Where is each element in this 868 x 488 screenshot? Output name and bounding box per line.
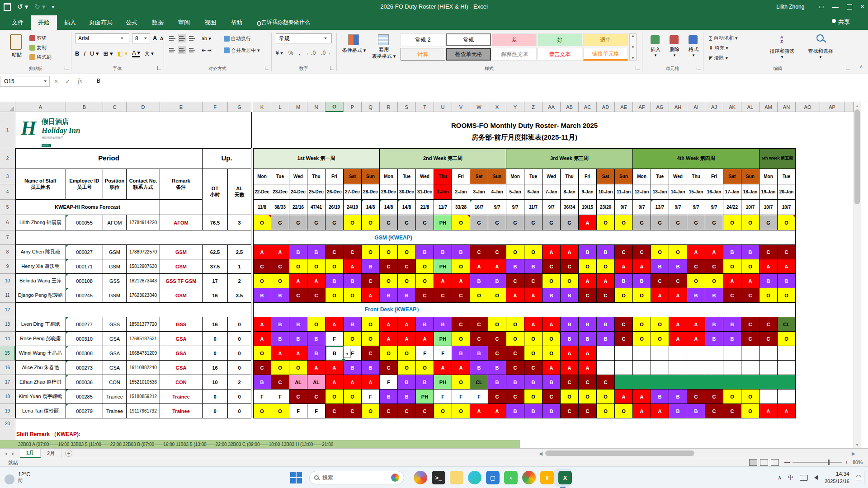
column-header-M[interactable]: M [289, 102, 307, 112]
shift-cell-r6-c24[interactable]: G [687, 215, 705, 230]
shift-cell-r10-c25[interactable]: O [705, 274, 723, 288]
shift-cell-r19-c21[interactable]: A [633, 404, 651, 418]
format-as-table-button[interactable]: 套用表格格式 ▾ [370, 33, 398, 63]
shift-cell-r19-c7[interactable]: C [380, 404, 398, 418]
align-v-icon-1[interactable] [178, 34, 186, 42]
explorer-icon[interactable] [450, 471, 463, 484]
name-box-dropdown-icon[interactable] [44, 80, 47, 82]
shift-cell-r19-c8[interactable]: C [398, 404, 416, 418]
row-header-12[interactable]: 12 [0, 303, 15, 317]
shift-cell-r11-c22[interactable]: A [651, 288, 669, 303]
dialog-launcher-icon[interactable] [846, 66, 850, 70]
wrap-text-button[interactable]: 自动换行 [222, 34, 266, 42]
shift-cell-r11-c4[interactable]: O [326, 288, 344, 303]
shift-cell-r15-c20[interactable] [615, 346, 633, 361]
staff-ot-cell[interactable]: 37.5 [203, 259, 228, 274]
shift-cell-r6-c23[interactable]: G [669, 215, 687, 230]
shift-cell-r14-c12[interactable]: C [470, 332, 488, 346]
shift-cell-r18-c15[interactable]: O [524, 389, 542, 404]
shift-cell-r11-c26[interactable]: C [723, 288, 741, 303]
font-color-button[interactable]: A ▾ [132, 49, 140, 57]
bold-button[interactable]: B [75, 50, 79, 57]
staff-name-cell[interactable]: Lilith Zhong 钟晨晨 [15, 215, 66, 230]
staff-id-cell[interactable]: 000310 [66, 332, 103, 346]
shift-cell-r16-c11[interactable]: A [452, 361, 470, 375]
shift-cell-r13-c24[interactable]: A [687, 317, 705, 332]
shift-cell-r11-c14[interactable]: A [506, 288, 524, 303]
shift-cell-r16-c2[interactable]: O [289, 361, 307, 375]
column-header-AD[interactable]: AD [597, 102, 615, 112]
shift-cell-r8-c24[interactable]: A [687, 245, 705, 259]
staff-ot-cell[interactable]: 0 [203, 404, 228, 418]
shift-cell-r11-c5[interactable]: O [344, 288, 362, 303]
scroll-up-icon[interactable]: ▲ [854, 103, 860, 108]
column-header-L[interactable]: L [271, 102, 289, 112]
tab-数据[interactable]: 数据 [145, 15, 171, 30]
shift-cell-r18-c10[interactable]: F [434, 389, 452, 404]
close-button[interactable]: × [860, 3, 864, 11]
shift-cell-r6-c16[interactable]: G [542, 215, 561, 230]
font-size-select[interactable]: 8 [132, 33, 150, 43]
shift-cell-r8-c5[interactable]: C [344, 245, 362, 259]
shift-cell-r18-c29[interactable] [778, 389, 796, 404]
staff-remark-cell[interactable]: GSA [160, 346, 203, 361]
phonetic-button[interactable]: 文 ▾ [145, 50, 154, 57]
shift-cell-r16-c5[interactable]: B [344, 361, 362, 375]
shift-cell-r8-c25[interactable]: A [705, 245, 723, 259]
shift-cell-r6-c9[interactable]: G [416, 215, 434, 230]
shift-cell-r17-c17[interactable]: C [561, 375, 579, 389]
shift-cell-r10-c10[interactable]: A [434, 274, 452, 288]
shift-cell-r6-c19[interactable]: O [597, 215, 615, 230]
search-assistant-icon[interactable] [391, 474, 399, 482]
shift-cell-r15-c6[interactable]: C [362, 346, 380, 361]
style-gallery-常规 2[interactable]: 常规 2 [401, 33, 445, 46]
shift-cell-r9-c9[interactable]: O [416, 259, 434, 274]
shift-cell-r10-c8[interactable]: O [398, 274, 416, 288]
staff-contact-cell[interactable]: 17889722570 [127, 245, 160, 259]
shift-cell-r16-c4[interactable]: A [326, 361, 344, 375]
shift-cell-r8-c9[interactable]: B [416, 245, 434, 259]
staff-ot-cell[interactable]: 62.5 [203, 245, 228, 259]
shift-cell-r10-c5[interactable]: B [344, 274, 362, 288]
shift-cell-r17-c9[interactable]: B [416, 375, 434, 389]
column-header-AE[interactable]: AE [615, 102, 633, 112]
align-h-icon-0[interactable] [168, 46, 176, 54]
shift-cell-r14-c22[interactable]: O [651, 332, 669, 346]
shift-cell-r6-c29[interactable]: O [778, 215, 796, 230]
staff-name-cell[interactable]: Rose Peng 彭晓露 [15, 332, 66, 346]
shift-cell-r16-c26[interactable] [723, 361, 741, 375]
staff-contact-cell[interactable]: 17623623040 [127, 288, 160, 303]
shift-cell-r19-c15[interactable]: B [524, 404, 542, 418]
shift-cell-r17-c8[interactable]: B [398, 375, 416, 389]
page-layout-view-icon[interactable] [760, 459, 768, 466]
shift-cell-r19-c24[interactable]: B [687, 404, 705, 418]
shift-cell-r17-c4[interactable]: A [326, 375, 344, 389]
shift-cell-r13-c4[interactable]: A [326, 317, 344, 332]
formula-cancel-icon[interactable]: × [54, 78, 58, 85]
staff-position-cell[interactable]: GSA [103, 346, 127, 361]
column-header-Q[interactable]: Q [362, 102, 380, 112]
shift-cell-r19-c26[interactable]: C [723, 404, 741, 418]
shift-cell-r15-c19[interactable] [597, 346, 615, 361]
shift-cell-r13-c21[interactable]: O [633, 317, 651, 332]
shift-cell-r15-c24[interactable] [687, 346, 705, 361]
staff-contact-cell[interactable]: 15521010536 [127, 375, 160, 389]
style-gallery-警告文本[interactable]: 警告文本 [538, 48, 582, 61]
column-header-O[interactable]: O [326, 102, 344, 112]
shift-cell-r19-c18[interactable]: C [579, 404, 597, 418]
style-gallery-好[interactable]: 好 [538, 33, 582, 46]
shift-cell-r6-c21[interactable]: G [633, 215, 651, 230]
shift-cell-r14-c10[interactable]: PH [434, 332, 452, 346]
row-header-3[interactable]: 3 [0, 169, 15, 184]
shift-cell-r10-c9[interactable]: O [416, 274, 434, 288]
staff-id-cell[interactable]: 000245 [66, 288, 103, 303]
shift-cell-r8-c28[interactable]: C [760, 245, 778, 259]
shift-cell-r15-c1[interactable]: A [271, 346, 289, 361]
shift-cell-r11-c3[interactable]: C [307, 288, 326, 303]
row-header-6[interactable]: 6 [0, 215, 15, 230]
column-header-AH[interactable]: AH [669, 102, 687, 112]
staff-ot-cell[interactable]: 16 [203, 288, 228, 303]
shift-cell-r14-c16[interactable]: O [542, 332, 561, 346]
ribbon-display-options-icon[interactable]: ▭ [819, 4, 824, 10]
shift-cell-r19-c28[interactable]: A [760, 404, 778, 418]
